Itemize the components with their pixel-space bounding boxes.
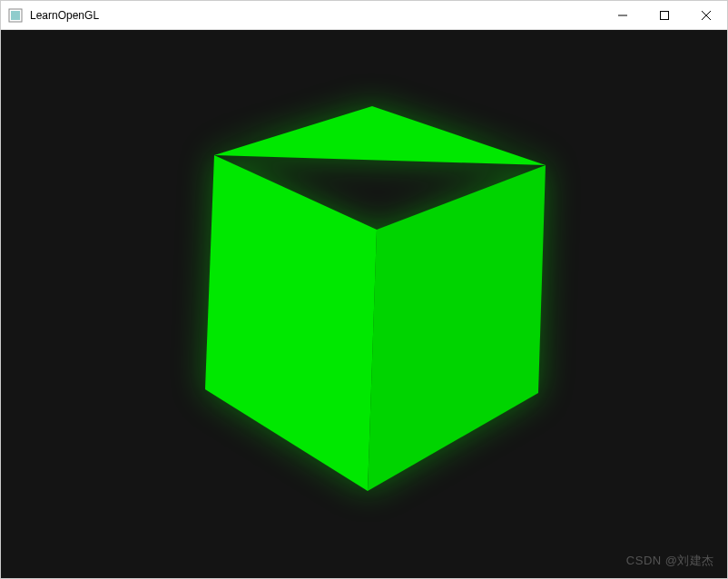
svg-rect-1 (11, 11, 20, 20)
render-canvas (1, 30, 727, 578)
close-button[interactable] (685, 1, 727, 29)
app-icon (8, 8, 23, 23)
window-controls (602, 1, 727, 29)
minimize-button[interactable] (602, 1, 644, 29)
svg-rect-3 (661, 11, 669, 19)
titlebar[interactable]: LearnOpenGL (1, 1, 727, 30)
opengl-viewport: CSDN @刘建杰 (1, 30, 727, 578)
window-title: LearnOpenGL (30, 9, 99, 22)
application-window: LearnOpenGL CSDN @刘建杰 (0, 0, 728, 579)
minimize-icon (618, 11, 627, 20)
maximize-icon (660, 11, 669, 20)
maximize-button[interactable] (644, 1, 685, 29)
close-icon (702, 11, 711, 20)
